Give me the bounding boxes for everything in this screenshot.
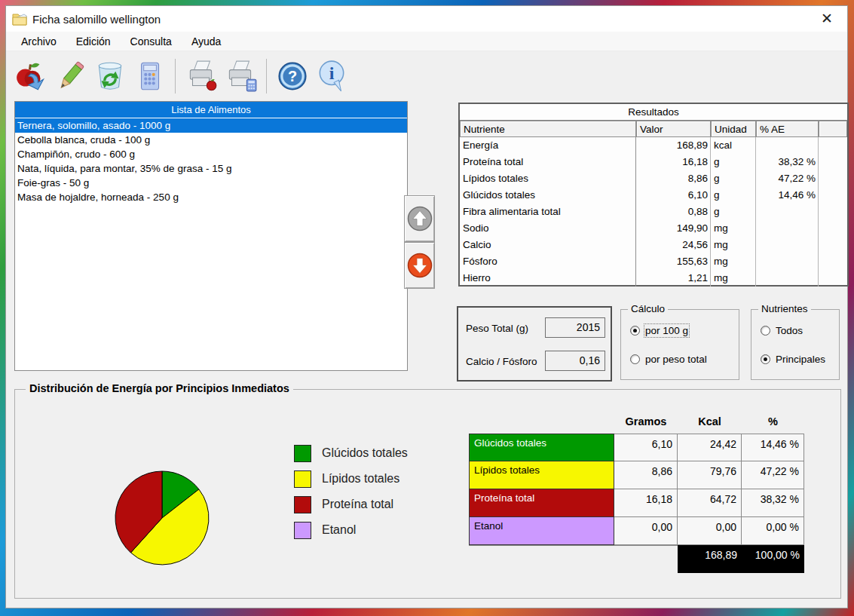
info-icon: i — [314, 59, 349, 93]
results-cell — [756, 204, 819, 220]
info-button[interactable]: i — [312, 57, 351, 95]
col-header-filler — [819, 121, 847, 137]
radio-por-peso-total[interactable]: por peso total — [630, 354, 707, 365]
toolbar-separator — [175, 59, 176, 93]
apple-add-icon — [14, 59, 49, 93]
food-list-item[interactable]: Ternera, solomillo, asado - 1000 g — [15, 118, 407, 133]
close-button[interactable]: ✕ — [817, 9, 837, 29]
row-kcal: 79,76 — [678, 461, 742, 489]
move-down-button[interactable] — [404, 242, 435, 289]
pencil-edit-icon — [54, 59, 88, 93]
row-label: Lípidos totales — [469, 461, 614, 489]
col-header-kcal: Kcal — [678, 412, 742, 434]
results-cell: 155,63 — [636, 253, 711, 270]
legend-label-proteina: Proteína total — [322, 498, 393, 511]
results-cell — [756, 237, 819, 253]
food-list-item[interactable]: Foie-gras - 50 g — [15, 176, 407, 190]
results-cell — [819, 154, 847, 170]
energy-row-glucidos: Glúcidos totales 6,10 24,42 14,46 % — [469, 434, 804, 461]
results-row: Energía168,89kcal — [460, 137, 847, 154]
move-up-button[interactable] — [404, 195, 435, 242]
up-arrow-icon — [406, 205, 433, 232]
toolbar: ? i — [6, 51, 847, 101]
calculo-group: Cálculo por 100 g por peso total — [620, 309, 739, 380]
legend-label-etanol: Etanol — [322, 523, 356, 537]
results-table: Resultados Nutriente Valor Unidad % AE E… — [458, 103, 849, 287]
results-cell: 0,88 — [636, 204, 711, 220]
calculo-group-title: Cálculo — [628, 303, 668, 314]
results-row: Glúcidos totales6,10g14,46 % — [460, 187, 847, 204]
results-row: Lípidos totales8,86g47,22 % — [460, 170, 847, 187]
results-cell: Fibra alimentaria total — [460, 204, 636, 220]
radio-todos-label[interactable]: Todos — [776, 325, 803, 336]
edit-food-button[interactable] — [51, 57, 90, 95]
menu-edicion[interactable]: Edición — [76, 35, 111, 48]
row-pct: 47,22 % — [742, 461, 804, 489]
add-food-button[interactable] — [12, 57, 51, 95]
row-label: Etanol — [469, 517, 614, 545]
svg-text:i: i — [329, 63, 335, 83]
radio-por-100g-label[interactable]: por 100 g — [645, 325, 688, 336]
results-cell — [819, 137, 847, 154]
results-cell: g — [711, 154, 756, 170]
results-row: Hierro1,21mg — [460, 270, 847, 287]
results-cell: 47,22 % — [756, 170, 819, 187]
col-header-unidad[interactable]: Unidad — [711, 121, 756, 137]
row-gramos: 6,10 — [614, 434, 678, 461]
col-header-nutriente[interactable]: Nutriente — [460, 121, 636, 137]
down-arrow-icon — [406, 252, 433, 279]
menu-archivo[interactable]: Archivo — [21, 35, 57, 48]
folder-icon — [12, 12, 27, 26]
radio-icon[interactable] — [630, 326, 640, 336]
radio-principales-label[interactable]: Principales — [776, 354, 825, 365]
window-title: Ficha salomillo wellington — [32, 13, 161, 26]
svg-text:?: ? — [288, 68, 297, 84]
col-header-valor[interactable]: Valor — [636, 121, 711, 137]
col-header-ae[interactable]: % AE — [756, 121, 819, 137]
results-cell — [819, 270, 847, 287]
app-window: Ficha salomillo wellington ✕ Archivo Edi… — [5, 5, 848, 608]
spacer — [469, 545, 614, 573]
row-label: Glúcidos totales — [469, 434, 614, 461]
total-kcal: 168,89 — [678, 545, 742, 573]
energy-pie-chart — [108, 464, 216, 572]
calculator-button[interactable] — [130, 57, 169, 95]
radio-principales[interactable]: Principales — [761, 354, 825, 365]
food-list-item[interactable]: Nata, líquida, para montar, 35% de grasa… — [15, 161, 407, 176]
radio-por-peso-total-label[interactable]: por peso total — [645, 354, 707, 365]
energy-total-row: 168,89 100,00 % — [469, 545, 804, 573]
spacer — [469, 412, 614, 434]
results-cell — [819, 170, 847, 187]
radio-por-100g[interactable]: por 100 g — [630, 325, 688, 336]
radio-icon[interactable] — [761, 326, 770, 336]
results-cell — [819, 187, 847, 204]
row-kcal: 0,00 — [678, 517, 742, 545]
radio-todos[interactable]: Todos — [761, 325, 803, 336]
legend-label-glucidos: Glúcidos totales — [322, 446, 408, 460]
results-cell: Energía — [460, 137, 636, 154]
row-kcal: 24,42 — [678, 434, 742, 461]
food-list-item[interactable]: Masa de hojaldre, horneada - 250 g — [15, 190, 407, 204]
results-row: Fibra alimentaria total0,88g — [460, 204, 847, 220]
results-cell: 16,18 — [636, 154, 711, 170]
title-bar: Ficha salomillo wellington ✕ — [6, 6, 847, 32]
menu-ayuda[interactable]: Ayuda — [191, 35, 221, 48]
nutrientes-group: Nutrientes Todos Principales — [751, 309, 840, 380]
radio-icon[interactable] — [761, 354, 770, 364]
print-food-button[interactable] — [182, 57, 221, 95]
print-calculation-button[interactable] — [221, 57, 260, 95]
results-cell: g — [711, 204, 756, 220]
energy-row-etanol: Etanol 0,00 0,00 0,00 % — [469, 517, 804, 545]
menu-consulta[interactable]: Consulta — [130, 35, 172, 48]
food-list-item[interactable]: Cebolla blanca, cruda - 100 g — [15, 133, 407, 147]
results-cell — [819, 237, 847, 253]
clear-list-button[interactable] — [90, 57, 130, 95]
help-button[interactable]: ? — [273, 57, 312, 95]
results-cell: Glúcidos totales — [460, 187, 636, 204]
legend-label-lipidos: Lípidos totales — [322, 472, 399, 486]
row-label: Proteína total — [469, 489, 614, 517]
food-list[interactable]: Lista de Alimentos Ternera, solomillo, a… — [14, 101, 408, 371]
food-list-item[interactable]: Champiñón, crudo - 600 g — [15, 147, 407, 161]
legend-swatch-etanol — [294, 522, 311, 539]
radio-icon[interactable] — [630, 354, 640, 364]
